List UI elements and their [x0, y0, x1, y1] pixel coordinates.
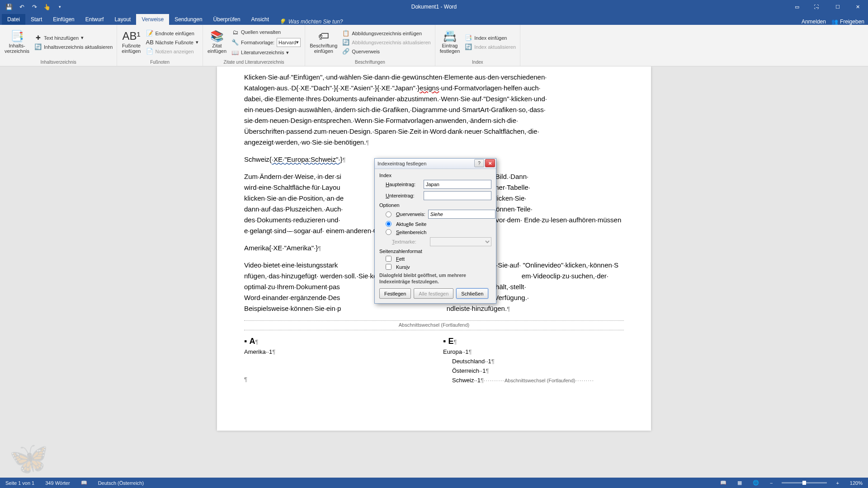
group-index: 📇 Eintrag festlegen 📑Index einfügen 🔄Ind…: [435, 25, 520, 66]
empty-paragraph: [244, 375, 425, 385]
index-list-marker: ▪ A: [244, 335, 425, 348]
index-entry-amerika: Amerika··1: [244, 347, 425, 357]
cross-reference-label: Querverweis:: [396, 211, 425, 217]
next-footnote-button[interactable]: ABNächste Fußnote ▾: [145, 38, 200, 47]
bibliography-button[interactable]: 📖Literaturverzeichnis ▾: [230, 48, 302, 57]
update-index-button[interactable]: 🔄Index aktualisieren: [463, 42, 517, 51]
undo-icon[interactable]: ↶: [16, 2, 27, 12]
insert-figures-button[interactable]: 📋Abbildungsverzeichnis einfügen: [341, 29, 432, 38]
dialog-title: Indexeintrag festlegen: [377, 161, 426, 166]
quick-access-toolbar: 💾 ↶ ↷ 👆 ▾: [0, 0, 69, 14]
index-entry-schweiz: Schweiz··1··········Abschnittswechsel (F…: [443, 376, 624, 385]
zoom-slider[interactable]: [782, 482, 827, 483]
style-icon: 🔧: [231, 39, 239, 46]
insert-citation-button[interactable]: 📚 Zitat einfügen: [206, 26, 228, 59]
mark-entry-button[interactable]: 📇 Eintrag festlegen: [438, 26, 462, 59]
touch-mode-icon[interactable]: 👆: [42, 2, 52, 12]
insert-footnote-button[interactable]: AB¹ Fußnote einfügen: [120, 26, 142, 59]
spell-check-icon[interactable]: 📖: [79, 480, 89, 486]
mark-button[interactable]: Festlegen: [379, 288, 411, 299]
citation-style-combo[interactable]: Harvard ▾: [277, 38, 301, 47]
print-layout-icon[interactable]: ▦: [736, 480, 744, 486]
save-icon[interactable]: 💾: [4, 2, 14, 12]
word-count-status[interactable]: 349 Wörter: [43, 480, 71, 486]
app-title: Dokument1 - Word: [411, 4, 457, 10]
index-entry-deutschland: Deutschland··1: [443, 357, 624, 366]
dialog-section-index: Index: [379, 173, 491, 178]
bookmark-select[interactable]: [430, 237, 491, 246]
dialog-note: Dialogfeld bleibt geöffnet, um mehrere I…: [379, 272, 491, 285]
italic-checkbox[interactable]: [386, 264, 392, 270]
maximize-button[interactable]: ☐: [827, 0, 848, 14]
share-button[interactable]: 👥Freigeben: [831, 19, 864, 25]
group-citations-label: Zitate und Literaturverzeichnis: [206, 59, 302, 66]
tab-layout[interactable]: Layout: [109, 14, 136, 25]
web-layout-icon[interactable]: 🌐: [751, 480, 761, 486]
group-captions-label: Beschriftungen: [308, 59, 432, 66]
group-citations: 📚 Zitat einfügen 🗂Quellen verwalten 🔧For…: [203, 25, 305, 66]
sub-entry-label: Untereintrag:: [386, 193, 421, 198]
ribbon-tabs: Datei Start Einfügen Entwurf Layout Verw…: [0, 14, 868, 25]
sign-in-link[interactable]: Anmelden: [802, 19, 826, 25]
tab-ueberpruefen[interactable]: Überprüfen: [208, 14, 246, 25]
redo-icon[interactable]: ↷: [29, 2, 40, 12]
tell-me-placeholder: Was möchten Sie tun?: [288, 19, 343, 25]
main-entry-input[interactable]: [424, 180, 491, 189]
current-page-radio[interactable]: [386, 221, 392, 227]
insert-endnote-button[interactable]: 📝Endnote einfügen: [145, 29, 200, 38]
endnote-icon: 📝: [146, 30, 153, 37]
mark-all-button[interactable]: Alle festlegen: [414, 288, 453, 299]
tab-start[interactable]: Start: [25, 14, 47, 25]
group-toc: 📑 Inhalts- verzeichnis ✚Text hinzufügen …: [0, 25, 117, 66]
ribbon-display-icon[interactable]: ▭: [787, 0, 807, 14]
page-range-radio[interactable]: [386, 229, 392, 235]
next-footnote-icon: AB: [146, 39, 153, 46]
sources-icon: 🗂: [231, 29, 239, 36]
add-text-button[interactable]: ✚Text hinzufügen ▾: [33, 33, 114, 42]
section-break: Abschnittswechsel (Fortlaufend): [244, 320, 624, 330]
update-figures-button[interactable]: 🔄Abbildungsverzeichnis aktualisieren: [341, 38, 432, 47]
figures-icon: 📋: [342, 30, 349, 37]
tab-sendungen[interactable]: Sendungen: [169, 14, 208, 25]
update-toc-button[interactable]: 🔄Inhaltsverzeichnis aktualisieren: [33, 42, 114, 51]
tab-verweise[interactable]: Verweise: [136, 14, 169, 25]
manage-sources-button[interactable]: 🗂Quellen verwalten: [230, 28, 302, 37]
close-button[interactable]: ✕: [848, 0, 868, 14]
qat-customize-icon[interactable]: ▾: [54, 2, 65, 12]
tell-me-search[interactable]: 💡 Was möchten Sie tun?: [279, 19, 343, 25]
dialog-title-bar[interactable]: Indexeintrag festlegen ? ✕: [375, 159, 496, 169]
dialog-help-button[interactable]: ?: [474, 159, 484, 167]
ribbon: 📑 Inhalts- verzeichnis ✚Text hinzufügen …: [0, 25, 868, 66]
insert-index-icon: 📑: [465, 34, 472, 41]
language-status[interactable]: Deutsch (Österreich): [96, 480, 146, 486]
cross-reference-button[interactable]: 🔗Querverweis: [341, 47, 432, 56]
insert-caption-button[interactable]: 🏷 Beschriftung einfügen: [308, 26, 339, 59]
insert-index-button[interactable]: 📑Index einfügen: [463, 33, 517, 42]
cross-reference-radio[interactable]: [386, 211, 392, 217]
zoom-level[interactable]: 120%: [848, 480, 864, 486]
lightbulb-icon: 💡: [279, 19, 286, 25]
page-number-status[interactable]: Seite 1 von 1: [4, 480, 36, 486]
toc-button[interactable]: 📑 Inhalts- verzeichnis: [3, 26, 31, 59]
cross-reference-input[interactable]: [428, 210, 495, 219]
read-mode-icon[interactable]: 📖: [718, 480, 728, 486]
update-icon: 🔄: [34, 43, 42, 50]
bibliography-icon: 📖: [231, 49, 239, 56]
tab-einfuegen[interactable]: Einfügen: [47, 14, 80, 25]
show-notes-button[interactable]: 📄Notizen anzeigen: [145, 47, 200, 56]
bold-checkbox[interactable]: [386, 256, 392, 262]
group-index-label: Index: [438, 59, 517, 66]
sub-entry-input[interactable]: [424, 191, 491, 200]
close-dialog-button[interactable]: Schließen: [456, 288, 488, 299]
footnote-icon: AB¹: [122, 31, 140, 42]
zoom-out-button[interactable]: −: [768, 480, 774, 486]
dialog-close-button[interactable]: ✕: [485, 159, 495, 167]
index-entry-oesterreich: Österreich··1: [443, 366, 624, 376]
minimize-button[interactable]: –: [807, 0, 827, 14]
update-index-icon: 🔄: [465, 43, 472, 50]
tab-entwurf[interactable]: Entwurf: [80, 14, 109, 25]
tab-file[interactable]: Datei: [2, 14, 25, 25]
tab-ansicht[interactable]: Ansicht: [246, 14, 274, 25]
zoom-in-button[interactable]: +: [834, 480, 840, 486]
citation-icon: 📚: [210, 31, 224, 42]
